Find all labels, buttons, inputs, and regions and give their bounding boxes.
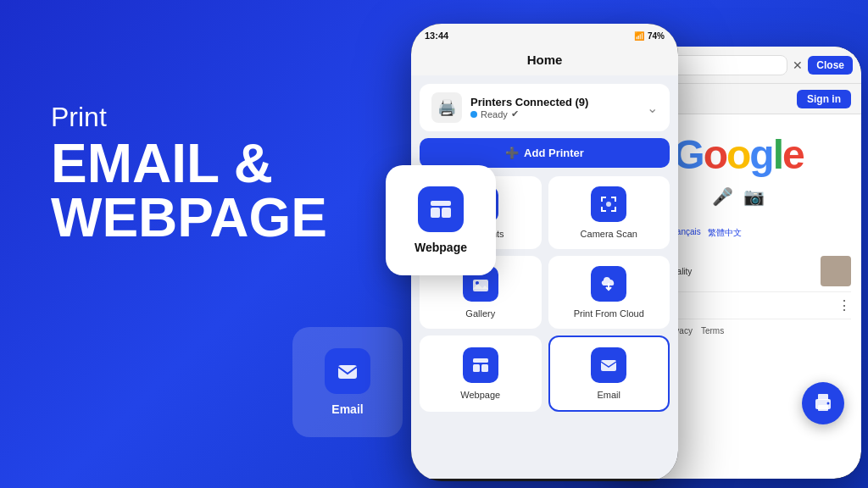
email-grid-label: Email	[597, 390, 620, 400]
printer-icon: 🖨️	[431, 92, 462, 123]
svg-rect-21	[481, 364, 488, 372]
check-icon: ✔	[511, 108, 519, 119]
svg-rect-24	[818, 394, 828, 400]
status-time: 13:44	[425, 30, 448, 41]
news-item-2-actions: ⋮	[837, 297, 851, 313]
gallery-label: Gallery	[465, 308, 495, 319]
email-card-label: Email	[331, 402, 363, 416]
email-tile-icon	[591, 347, 626, 383]
tile-print-from-cloud[interactable]: Print From Cloud	[548, 256, 670, 329]
add-printer-icon: ➕	[505, 147, 519, 159]
camera-icon[interactable]: 📷	[743, 186, 765, 207]
svg-rect-13	[601, 207, 603, 212]
printer-status-card[interactable]: 🖨️ Printers Connected (9) Ready ✔ ⌄	[420, 84, 670, 131]
chevron-down-icon: ⌄	[647, 100, 658, 116]
webpage-icon	[463, 347, 498, 383]
svg-rect-15	[615, 207, 616, 212]
wifi-icon: 📶	[634, 31, 644, 41]
google-logo: Google	[673, 131, 803, 178]
lang-zh[interactable]: 繁體中文	[708, 227, 742, 239]
svg-rect-22	[601, 360, 616, 371]
svg-point-16	[606, 202, 611, 207]
webpage-card-icon	[418, 186, 464, 232]
webpage-floating-card[interactable]: Webpage	[386, 165, 496, 275]
tile-webpage[interactable]: Webpage	[420, 336, 542, 412]
status-icons: 📶 74%	[634, 31, 665, 41]
print-label: Print	[51, 102, 327, 133]
ready-text: Ready	[481, 109, 508, 119]
svg-rect-3	[442, 208, 451, 218]
svg-rect-9	[601, 197, 603, 202]
add-printer-button[interactable]: ➕ Add Printer	[420, 138, 670, 168]
svg-point-26	[827, 402, 830, 405]
app-body: 🖨️ Printers Connected (9) Ready ✔ ⌄ ➕ Ad…	[411, 75, 678, 479]
svg-rect-17	[473, 280, 488, 291]
news-thumb-1	[821, 256, 851, 286]
printer-text: Printers Connected (9) Ready ✔	[470, 96, 588, 119]
print-from-cloud-label: Print From Cloud	[574, 308, 644, 319]
webpage-card-label: Webpage	[415, 241, 467, 254]
main-title-line1: EMAIL &	[51, 136, 327, 191]
status-bar: 13:44 📶 74%	[411, 24, 678, 47]
sign-in-button[interactable]: Sign in	[797, 90, 851, 108]
main-title-line2: WEBPAGE	[51, 191, 327, 245]
status-dot	[470, 111, 477, 118]
svg-rect-1	[431, 201, 451, 206]
webpage-grid-label: Webpage	[460, 390, 500, 400]
tile-email[interactable]: Email	[548, 336, 670, 412]
close-button[interactable]: Close	[808, 56, 853, 75]
email-card-icon	[325, 348, 370, 394]
printer-info: 🖨️ Printers Connected (9) Ready ✔	[431, 92, 588, 123]
add-printer-label: Add Printer	[524, 147, 584, 159]
svg-rect-20	[473, 364, 480, 372]
email-floating-card[interactable]: Email	[292, 327, 403, 437]
svg-rect-0	[338, 365, 357, 379]
battery-text: 74%	[648, 31, 665, 41]
mic-icon[interactable]: 🎤	[712, 186, 733, 207]
tile-camera-scan[interactable]: Camera Scan	[548, 176, 670, 249]
svg-rect-2	[431, 208, 440, 218]
svg-rect-11	[615, 197, 616, 202]
svg-rect-25	[818, 405, 828, 411]
footer-terms[interactable]: Terms	[701, 326, 724, 336]
app-header: Home	[411, 47, 678, 75]
more-icon[interactable]: ⋮	[837, 297, 851, 313]
left-section: Print EMAIL & WEBPAGE	[51, 102, 327, 245]
main-title: EMAIL & WEBPAGE	[51, 136, 327, 245]
svg-point-18	[476, 281, 479, 285]
print-fab-button[interactable]	[802, 382, 844, 424]
svg-rect-19	[473, 358, 488, 363]
print-from-cloud-icon	[591, 266, 626, 302]
x-icon[interactable]: ✕	[793, 58, 803, 72]
camera-scan-icon	[591, 186, 626, 222]
camera-scan-label: Camera Scan	[581, 229, 637, 239]
printer-status-text: Ready ✔	[470, 108, 588, 119]
printer-name: Printers Connected (9)	[470, 96, 588, 108]
